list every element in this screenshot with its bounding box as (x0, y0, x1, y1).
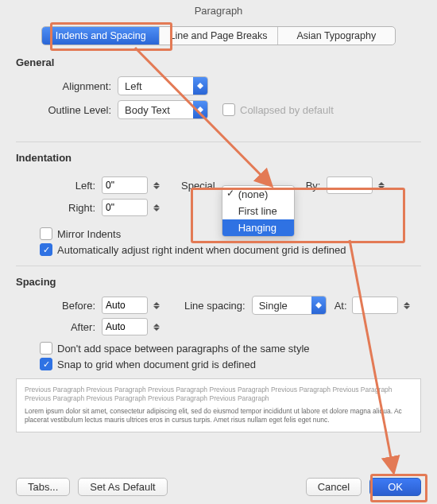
no-space-label: Don't add space between paragraphs of th… (57, 343, 310, 355)
cancel-button[interactable]: Cancel (306, 478, 362, 496)
alignment-value: Left (118, 80, 193, 92)
mirror-indents-checkbox[interactable] (40, 227, 52, 240)
dialog-title: Paragraph (0, 0, 437, 18)
preview-previous-text: Previous Paragraph Previous Paragraph Pr… (25, 386, 412, 404)
by-label: By: (306, 180, 321, 192)
preview-box: Previous Paragraph Previous Paragraph Pr… (16, 378, 421, 432)
indent-left-label: Left: (16, 180, 102, 192)
collapsed-label: Collapsed by default (240, 104, 334, 116)
tab-line-page-breaks[interactable]: Line and Page Breaks (160, 27, 277, 45)
special-option-firstline[interactable]: First line (222, 203, 294, 219)
indent-right-label: Right: (16, 202, 102, 214)
at-stepper[interactable] (401, 297, 412, 314)
indent-left-stepper[interactable] (151, 176, 162, 194)
tab-asian-typography[interactable]: Asian Typography (278, 27, 395, 45)
outline-level-select[interactable]: Body Text (118, 100, 208, 119)
special-option-none[interactable]: (none) (222, 186, 294, 203)
indent-right-stepper[interactable] (151, 199, 162, 216)
by-stepper[interactable] (376, 176, 387, 194)
tab-bar: Indents and Spacing Line and Page Breaks… (41, 26, 396, 45)
line-spacing-select[interactable]: Single (252, 296, 327, 315)
outline-level-value: Body Text (118, 104, 193, 116)
mirror-indents-label: Mirror Indents (57, 228, 121, 240)
chevron-updown-icon (193, 77, 207, 95)
indent-right-input[interactable] (102, 199, 148, 216)
chevron-updown-icon (311, 297, 326, 314)
outline-level-label: Outline Level: (16, 104, 118, 116)
at-label: At: (335, 300, 347, 312)
chevron-updown-icon (193, 101, 207, 118)
after-label: After: (16, 321, 102, 333)
line-spacing-label: Line spacing: (184, 300, 246, 312)
special-label: Special (181, 180, 215, 192)
before-input[interactable] (102, 297, 148, 314)
auto-adjust-checkbox[interactable] (40, 243, 52, 256)
special-dropdown-menu: (none) First line Hanging (222, 185, 295, 237)
auto-adjust-label: Automatically adjust right indent when d… (57, 244, 346, 256)
line-spacing-value: Single (253, 300, 311, 312)
tabs-button[interactable]: Tabs... (16, 478, 70, 496)
section-indentation: Indentation (16, 152, 421, 164)
dialog-footer: Tabs... Set As Default Cancel OK (0, 478, 437, 496)
after-stepper[interactable] (151, 318, 162, 335)
set-default-button[interactable]: Set As Default (78, 478, 167, 496)
indent-left-input[interactable] (102, 176, 148, 194)
section-spacing: Spacing (16, 276, 421, 288)
snap-checkbox[interactable] (40, 358, 52, 370)
before-label: Before: (16, 300, 102, 312)
alignment-select[interactable]: Left (118, 76, 208, 95)
tab-indents-spacing[interactable]: Indents and Spacing (42, 27, 160, 45)
snap-label: Snap to grid when document grid is defin… (57, 359, 256, 370)
section-general: General (16, 56, 421, 68)
before-stepper[interactable] (151, 297, 162, 314)
no-space-checkbox[interactable] (40, 342, 52, 355)
ok-button[interactable]: OK (369, 478, 421, 496)
at-input[interactable] (352, 297, 398, 314)
alignment-label: Alignment: (16, 80, 118, 92)
preview-body-text: Lorem ipsum dolor sit amet, consectetur … (25, 407, 412, 425)
special-option-hanging[interactable]: Hanging (222, 219, 294, 236)
collapsed-checkbox (222, 103, 235, 116)
by-input[interactable] (327, 176, 373, 194)
after-input[interactable] (102, 318, 148, 335)
